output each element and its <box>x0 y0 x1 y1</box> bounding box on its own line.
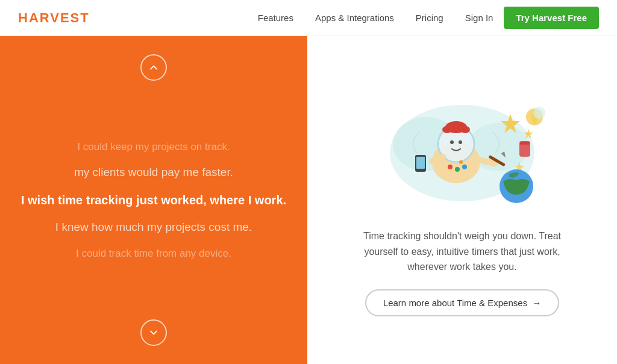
svg-rect-24 <box>416 157 425 169</box>
learn-more-label: Learn more about Time & Expenses <box>383 298 527 308</box>
svg-point-28 <box>459 160 463 164</box>
nav-apps[interactable]: Apps & Integrations <box>315 13 394 23</box>
quote-item: I could keep my projects on track. <box>77 140 230 154</box>
quote-item: I knew how much my projects cost me. <box>55 219 252 236</box>
quote-active: I wish time tracking just worked, where … <box>21 192 286 209</box>
right-description: Time tracking shouldn't weigh you down. … <box>360 228 565 275</box>
chevron-up-button[interactable] <box>140 54 167 81</box>
svg-point-14 <box>450 140 454 144</box>
svg-point-7 <box>533 107 545 119</box>
nav-pricing[interactable]: Pricing <box>416 13 443 23</box>
nav-features[interactable]: Features <box>258 13 293 23</box>
svg-point-26 <box>455 167 460 172</box>
svg-point-25 <box>448 165 453 169</box>
quote-item: I could track time from any device. <box>76 246 231 261</box>
svg-point-27 <box>462 165 467 169</box>
svg-rect-9 <box>520 142 530 145</box>
svg-point-18 <box>460 126 470 133</box>
main-content: I could keep my projects on track. my cl… <box>0 36 617 364</box>
chevron-down-button[interactable] <box>140 319 167 346</box>
logo: HARVEST <box>18 10 90 26</box>
quotes-container: I could keep my projects on track. my cl… <box>21 81 286 319</box>
learn-more-arrow: → <box>532 298 541 308</box>
learn-more-button[interactable]: Learn more about Time & Expenses → <box>365 289 559 316</box>
try-free-button[interactable]: Try Harvest Free <box>504 7 599 29</box>
illustration <box>372 84 553 216</box>
left-panel: I could keep my projects on track. my cl… <box>0 36 307 364</box>
sign-in-link[interactable]: Sign In <box>465 13 493 23</box>
header: HARVEST Features Apps & Integrations Pri… <box>0 0 617 36</box>
right-panel: Time tracking shouldn't weigh you down. … <box>307 36 617 364</box>
main-nav: Features Apps & Integrations Pricing <box>258 13 443 23</box>
quote-item: my clients would pay me faster. <box>74 165 233 181</box>
svg-point-17 <box>442 126 452 133</box>
svg-point-15 <box>459 140 462 144</box>
